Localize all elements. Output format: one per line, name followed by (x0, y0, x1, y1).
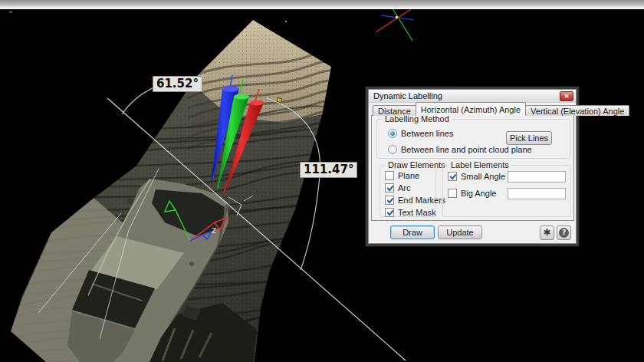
z-axis-glyph: Z (212, 227, 216, 235)
dialog-tabs: Distance Horizontal (Azimuth) Angle Vert… (373, 103, 629, 116)
dynamic-labelling-dialog: Dynamic Labelling × Distance Horizontal … (365, 86, 580, 247)
draw-button[interactable]: Draw (390, 225, 435, 239)
dialog-body: Dynamic Labelling × Distance Horizontal … (368, 89, 577, 244)
gear-icon: ✱ (543, 227, 550, 238)
checkbox-big-angle[interactable] (448, 189, 457, 198)
dialog-titlebar[interactable]: Dynamic Labelling × (369, 90, 576, 103)
tab-distance[interactable]: Distance (373, 105, 416, 116)
close-button[interactable]: × (560, 91, 573, 101)
application-window: Z (0, 0, 644, 362)
labelling-method-group: Labelling Method Between lines Between l… (376, 119, 570, 159)
checkbox-small-angle[interactable] (448, 172, 457, 181)
update-button[interactable]: Update (438, 225, 482, 239)
checkbox-arc-label: Arc (398, 183, 411, 193)
checkbox-text-mask-label: Text Mask (398, 208, 436, 217)
help-icon: ? (559, 228, 569, 238)
checkbox-text-mask[interactable] (385, 208, 394, 217)
toolbar-edge-strip (0, 0, 644, 9)
big-angle-input[interactable] (508, 188, 566, 199)
radio-between-line-and-plane[interactable] (388, 145, 397, 154)
tab-vertical-elevation-angle[interactable]: Vertical (Elevation) Angle (525, 105, 629, 116)
checkbox-arc[interactable] (385, 183, 394, 193)
dialog-title: Dynamic Labelling (373, 91, 442, 100)
radio-between-line-and-plane-label: Between line and point cloud plane (401, 145, 532, 154)
small-angle-label: 61.52° (153, 76, 202, 92)
small-angle-input[interactable] (508, 171, 566, 183)
tab-page-horizontal-angle: Labelling Method Between lines Between l… (371, 115, 574, 221)
mini-axis-gizmo (376, 8, 414, 41)
checkbox-end-markers[interactable] (385, 196, 394, 205)
help-button[interactable]: ? (557, 225, 571, 240)
label-elements-legend: Label Elements (449, 160, 511, 169)
settings-button[interactable]: ✱ (540, 225, 554, 240)
checkbox-plane[interactable] (385, 171, 394, 180)
checkbox-end-markers-label: End Markers (398, 196, 445, 205)
checkbox-small-angle-label: Small Angle (461, 172, 505, 181)
radio-between-lines[interactable] (388, 129, 397, 138)
close-icon: × (564, 92, 570, 100)
label-elements-group: Label Elements Small Angle Big Angle (442, 165, 571, 217)
big-angle-label: 111.47° (300, 162, 357, 178)
draw-elements-group: Draw Elements Plane Arc End Markers (380, 165, 436, 217)
checkbox-plane-label: Plane (398, 171, 419, 180)
pick-lines-button[interactable]: Pick Lines (506, 131, 552, 145)
radio-between-lines-label: Between lines (401, 129, 454, 138)
checkbox-big-angle-label: Big Angle (461, 189, 496, 198)
tab-horizontal-azimuth-angle[interactable]: Horizontal (Azimuth) Angle (416, 102, 526, 116)
draw-elements-legend: Draw Elements (386, 160, 448, 169)
